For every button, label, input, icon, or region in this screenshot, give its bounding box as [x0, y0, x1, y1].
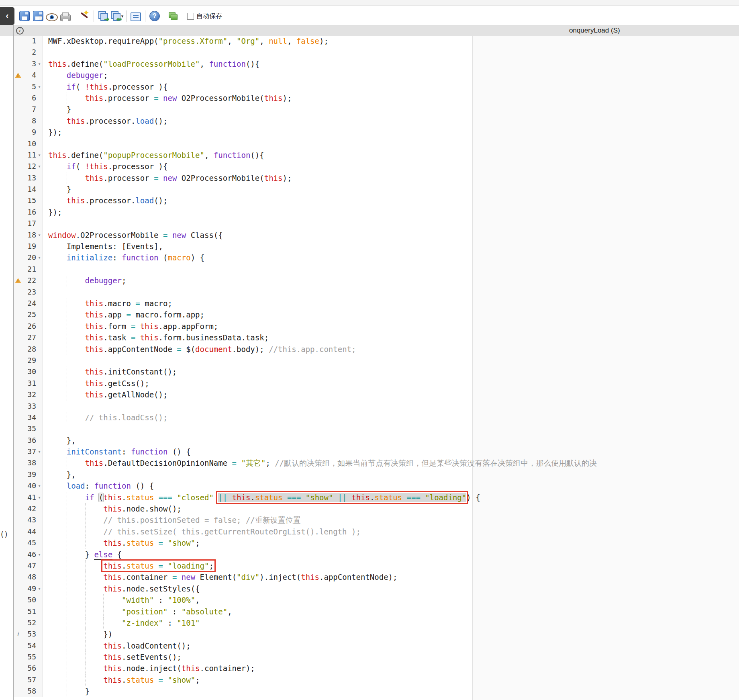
code-line[interactable]: 2	[14, 47, 739, 58]
code-line[interactable]: 42 this.node.show();	[14, 503, 739, 514]
fold-arrow-icon[interactable]: ▾	[36, 492, 43, 503]
code-line-content[interactable]: "z-index" : "101"	[43, 617, 739, 628]
code-line-content[interactable]: this.define("popupProcessorMobile", func…	[43, 149, 739, 161]
help-button[interactable]: ?	[149, 10, 161, 22]
code-line[interactable]: 26 this.form = this.app.appForm;	[14, 321, 739, 332]
code-line-content[interactable]: // this.positionSeted = false; //重新设置位置	[43, 514, 739, 526]
code-line-content[interactable]: });	[43, 127, 739, 138]
code-line[interactable]: 56 this.node.inject(this.container);	[14, 663, 739, 674]
code-line-content[interactable]: this.processor = new O2ProcessorMobile(t…	[43, 92, 739, 104]
code-line[interactable]: 14 }	[14, 184, 739, 195]
code-line[interactable]: 10	[14, 138, 739, 149]
code-line-content[interactable]: initialize: function (macro) {	[43, 252, 739, 263]
code-line-content[interactable]	[43, 287, 739, 298]
code-line[interactable]: 7 }	[14, 104, 739, 115]
code-line[interactable]: 40▾ load: function () {	[14, 480, 739, 491]
fold-arrow-icon[interactable]: ▾	[36, 58, 43, 70]
print-button[interactable]	[59, 10, 71, 22]
layers-button[interactable]	[167, 10, 180, 22]
code-line-content[interactable]: this.macro = macro;	[43, 298, 739, 309]
code-line-content[interactable]: this.status = "show";	[43, 674, 739, 686]
code-line[interactable]: 41▾ if (this.status === "closed" || this…	[14, 492, 739, 503]
code-line[interactable]: 58 }	[14, 686, 739, 697]
code-line[interactable]: 22 debugger;	[14, 275, 739, 286]
code-line-content[interactable]: this.container = new Element("div").inje…	[43, 571, 739, 583]
code-line-content[interactable]: } else {	[43, 549, 739, 560]
code-line[interactable]: 54 this.loadContent();	[14, 640, 739, 651]
code-line[interactable]: 34 // this.loadCss();	[14, 412, 739, 423]
code-line-content[interactable]: load: function () {	[43, 480, 739, 491]
code-line-content[interactable]: this.appContentNode = $(document.body); …	[43, 344, 739, 355]
code-line-content[interactable]: this.node.setStyles({	[43, 583, 739, 594]
code-line-content[interactable]: }	[43, 104, 739, 115]
code-line[interactable]: i53 })	[14, 628, 739, 640]
code-line-content[interactable]: "width" : "100%",	[43, 594, 739, 606]
import-button[interactable]: ⬅▾	[111, 10, 123, 22]
code-line[interactable]: 8 this.processor.load();	[14, 115, 739, 127]
code-line[interactable]: 1MWF.xDesktop.requireApp("process.Xform"…	[14, 35, 739, 47]
code-line[interactable]: 23	[14, 287, 739, 298]
code-line-content[interactable]: }	[43, 184, 739, 195]
code-line-content[interactable]	[43, 401, 739, 412]
code-line-content[interactable]: this.task = this.form.businessData.task;	[43, 332, 739, 343]
code-line-content[interactable]: if( !this.processor ){	[43, 161, 739, 172]
code-line-content[interactable]: MWF.xDesktop.requireApp("process.Xform",…	[43, 35, 739, 47]
fold-arrow-icon[interactable]: ▾	[36, 549, 43, 560]
code-line[interactable]: 38 this.DefaultDecisionOpinionName = "其它…	[14, 457, 739, 469]
code-line-content[interactable]	[43, 423, 739, 434]
code-line[interactable]: 15 this.processor.load();	[14, 195, 739, 206]
code-line-content[interactable]: this.define("loadProcessorMobile", funct…	[43, 58, 739, 70]
code-line[interactable]: 12▾ if( !this.processor ){	[14, 161, 739, 172]
format-button[interactable]	[78, 10, 90, 22]
code-line-content[interactable]: // this.loadCss();	[43, 412, 739, 423]
code-line[interactable]: 36 },	[14, 435, 739, 446]
code-line[interactable]: 16});	[14, 207, 739, 218]
code-line[interactable]: 25 this.app = macro.form.app;	[14, 309, 739, 320]
code-line-content[interactable]: if (this.status === "closed" || this.sta…	[43, 492, 739, 503]
code-line[interactable]: 29	[14, 355, 739, 366]
code-line[interactable]: 3▾this.define("loadProcessorMobile", fun…	[14, 58, 739, 70]
fold-arrow-icon[interactable]: ▾	[36, 252, 43, 263]
code-line-content[interactable]: this.loadContent();	[43, 640, 739, 651]
log-view-button[interactable]	[130, 10, 142, 22]
code-line-content[interactable]: this.processor = new O2ProcessorMobile(t…	[43, 172, 739, 184]
export-button[interactable]: ➜	[97, 10, 109, 22]
code-line[interactable]: 30 this.initConstant();	[14, 366, 739, 377]
code-line-content[interactable]: // this.setSize( this.getCurrentRouteOrg…	[43, 526, 739, 537]
code-line[interactable]: 31 this.getCss();	[14, 378, 739, 389]
code-line[interactable]: 20▾ initialize: function (macro) {	[14, 252, 739, 263]
autosave-checkbox[interactable]	[187, 13, 194, 20]
code-line[interactable]: 33	[14, 401, 739, 412]
fold-arrow-icon[interactable]: ▾	[36, 583, 43, 594]
code-line[interactable]: 46▾ } else {	[14, 549, 739, 560]
code-line-content[interactable]: }	[43, 686, 739, 697]
code-line-content[interactable]: this.initConstant();	[43, 366, 739, 377]
code-line[interactable]: 37▾ initConstant: function () {	[14, 446, 739, 457]
code-line[interactable]: 21	[14, 264, 739, 275]
code-line-content[interactable]: });	[43, 207, 739, 218]
fold-arrow-icon[interactable]: ▾	[36, 446, 43, 457]
fold-arrow-icon[interactable]: ▾	[36, 480, 43, 491]
code-line-content[interactable]: this.form = this.app.appForm;	[43, 321, 739, 332]
code-line[interactable]: 11▾this.define("popupProcessorMobile", f…	[14, 149, 739, 161]
code-line-content[interactable]: this.processor.load();	[43, 195, 739, 206]
code-line-content[interactable]: initConstant: function () {	[43, 446, 739, 457]
code-line[interactable]: 18▾window.O2ProcessorMobile = new Class(…	[14, 229, 739, 241]
code-line-content[interactable]: Implements: [Events],	[43, 241, 739, 252]
save-button[interactable]	[18, 10, 31, 22]
code-line-content[interactable]: "position" : "absolute",	[43, 606, 739, 617]
code-line[interactable]: 44 // this.setSize( this.getCurrentRoute…	[14, 526, 739, 537]
code-line[interactable]: 45 this.status = "show";	[14, 537, 739, 549]
fold-arrow-icon[interactable]: ▾	[36, 149, 43, 161]
code-line[interactable]: 6 this.processor = new O2ProcessorMobile…	[14, 92, 739, 104]
code-line-content[interactable]: this.getAllNode();	[43, 389, 739, 400]
code-line[interactable]: 32 this.getAllNode();	[14, 389, 739, 400]
code-line[interactable]: 49▾ this.node.setStyles({	[14, 583, 739, 594]
code-line-content[interactable]: this.status = "loading";	[43, 560, 739, 571]
code-line[interactable]: 39 },	[14, 469, 739, 480]
code-line-content[interactable]: this.getCss();	[43, 378, 739, 389]
code-line[interactable]: 13 this.processor = new O2ProcessorMobil…	[14, 172, 739, 184]
code-line[interactable]: 24 this.macro = macro;	[14, 298, 739, 309]
code-line[interactable]: 27 this.task = this.form.businessData.ta…	[14, 332, 739, 343]
code-line[interactable]: 28 this.appContentNode = $(document.body…	[14, 344, 739, 355]
